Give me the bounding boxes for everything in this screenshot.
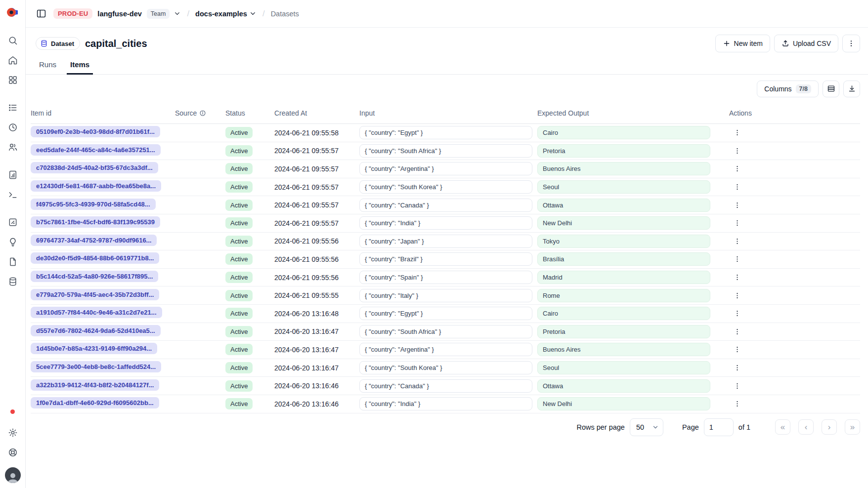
datasets-database-icon[interactable]	[4, 273, 22, 290]
row-actions-button[interactable]	[730, 343, 744, 357]
item-id-chip[interactable]: b75c7861-1fbe-45cf-bdf6-83f139c95539	[31, 216, 160, 228]
expected-output-cell[interactable]: Ottawa	[537, 379, 710, 393]
item-id-chip[interactable]: 69764737-34af-4752-9787-d90df9616...	[31, 235, 157, 246]
expected-output-cell[interactable]: New Delhi	[537, 216, 710, 230]
scores-chart-icon[interactable]	[4, 166, 22, 184]
export-download-button[interactable]	[843, 81, 860, 97]
input-cell[interactable]: { "country": "Canada" }	[359, 379, 532, 393]
row-actions-button[interactable]	[730, 144, 744, 158]
input-cell[interactable]: { "country": "India" }	[359, 397, 532, 410]
row-actions-button[interactable]	[730, 379, 744, 393]
expected-output-cell[interactable]: Seoul	[537, 180, 710, 194]
status-badge: Active	[225, 362, 253, 373]
input-cell[interactable]: { "country": "Egypt" }	[359, 307, 532, 320]
input-cell[interactable]: { "country": "South Korea" }	[359, 361, 532, 374]
item-id-chip[interactable]: c702838d-24d5-40a2-bf35-67dc3a3df...	[31, 162, 158, 173]
input-cell[interactable]: { "country": "India" }	[359, 216, 532, 230]
item-id-chip[interactable]: b5c144cd-52a5-4a80-926e-58617f895...	[31, 271, 158, 282]
evaluations-lightbulb-icon[interactable]	[4, 233, 22, 251]
item-id-chip[interactable]: 5cee7779-3e00-4eb8-be8c-1affedd524...	[31, 361, 161, 372]
previous-page-button[interactable]: ‹	[798, 419, 814, 435]
breadcrumb-org[interactable]: langfuse-dev	[97, 10, 141, 18]
expected-output-cell[interactable]: Pretoria	[537, 144, 710, 158]
dashboard-grid-icon[interactable]	[4, 71, 22, 89]
row-actions-button[interactable]	[730, 216, 744, 230]
playground-terminal-icon[interactable]	[4, 186, 22, 203]
item-id-chip[interactable]: a322b319-9412-4f43-b8f2-b20484127f...	[31, 379, 159, 391]
support-lifebuoy-icon[interactable]	[4, 444, 22, 461]
expected-output-cell[interactable]: Ottawa	[537, 199, 710, 212]
row-actions-button[interactable]	[730, 397, 744, 411]
row-actions-button[interactable]	[730, 198, 744, 212]
next-page-button[interactable]: ›	[822, 419, 837, 435]
tab-runs[interactable]: Runs	[36, 57, 60, 75]
item-id-chip[interactable]: e12430df-5e81-4687-aabb-f0ea65be8a...	[31, 180, 161, 192]
tab-items[interactable]: Items	[67, 57, 93, 75]
item-id-chip[interactable]: 1f0e7da1-dbff-4e60-929d-f6095602bb...	[31, 397, 159, 408]
input-cell[interactable]: { "country": "Argentina" }	[359, 343, 532, 356]
row-actions-button[interactable]	[730, 288, 744, 302]
row-actions-button[interactable]	[730, 162, 744, 176]
input-cell[interactable]: { "country": "South Africa" }	[359, 325, 532, 338]
upload-csv-button[interactable]: Upload CSV	[774, 35, 838, 52]
item-id-chip[interactable]: de30d2e0-f5d9-4854-88b6-0619771b8...	[31, 252, 159, 264]
input-cell[interactable]: { "country": "Egypt" }	[359, 126, 532, 139]
expected-output-cell[interactable]: Pretoria	[537, 325, 710, 338]
item-id-chip[interactable]: d557e7d6-7802-4624-9da6-52d410ea5...	[31, 325, 161, 336]
first-page-button[interactable]: «	[775, 419, 790, 435]
columns-button[interactable]: Columns 7/8	[757, 81, 819, 97]
search-icon[interactable]	[4, 32, 22, 49]
item-id-chip[interactable]: e779a270-579a-4f45-aec4-35b72d3bff...	[31, 289, 159, 300]
org-switcher-chevron-down-icon[interactable]	[174, 10, 181, 17]
expected-output-cell[interactable]: Buenos Aires	[537, 343, 710, 356]
prompts-edit-icon[interactable]	[4, 213, 22, 231]
home-icon[interactable]	[4, 51, 22, 69]
input-cell[interactable]: { "country": "Italy" }	[359, 289, 532, 302]
row-actions-button[interactable]	[730, 271, 744, 285]
item-id-chip[interactable]: eed5dafe-244f-465c-a84c-4a6e357251...	[31, 144, 161, 156]
settings-gear-icon[interactable]	[4, 424, 22, 442]
users-icon[interactable]	[4, 138, 22, 156]
expected-output-cell[interactable]: Tokyo	[537, 235, 710, 248]
row-actions-button[interactable]	[730, 307, 744, 321]
input-cell[interactable]: { "country": "South Korea" }	[359, 180, 532, 194]
rows-per-page-select[interactable]: 50	[630, 418, 663, 436]
documents-file-icon[interactable]	[4, 253, 22, 271]
dataset-more-actions-button[interactable]	[842, 35, 860, 52]
input-cell[interactable]: { "country": "Canada" }	[359, 199, 532, 212]
input-cell[interactable]: { "country": "Brazil" }	[359, 252, 532, 266]
input-cell[interactable]: { "country": "Argentina" }	[359, 162, 532, 175]
expected-output-cell[interactable]: Buenos Aires	[537, 162, 710, 175]
ellipsis-vertical-icon	[734, 310, 741, 317]
user-avatar[interactable]	[5, 467, 21, 483]
sessions-clock-icon[interactable]	[4, 119, 22, 136]
expected-output-cell[interactable]: Rome	[537, 289, 710, 302]
input-cell[interactable]: { "country": "South Africa" }	[359, 144, 532, 158]
expected-output-cell[interactable]: Brasília	[537, 252, 710, 266]
item-id-chip[interactable]: f4975c95-5fc3-4939-970d-58fa5cd48...	[31, 199, 156, 210]
new-item-button[interactable]: New item	[715, 35, 770, 52]
row-actions-button[interactable]	[730, 180, 744, 194]
traces-list-icon[interactable]	[4, 99, 22, 117]
row-actions-button[interactable]	[730, 126, 744, 140]
input-cell[interactable]: { "country": "Japan" }	[359, 235, 532, 248]
item-id-chip[interactable]: a1910d57-7f84-440c-9e46-a31c2d7e21...	[31, 307, 162, 318]
row-height-button[interactable]	[823, 81, 839, 97]
last-page-button[interactable]: »	[845, 419, 860, 435]
row-actions-button[interactable]	[730, 361, 744, 375]
breadcrumb-project[interactable]: docs-examples	[195, 10, 257, 18]
expected-output-cell[interactable]: Madrid	[537, 271, 710, 284]
expected-output-cell[interactable]: Cairo	[537, 126, 710, 139]
item-id-chip[interactable]: 1d45b0e7-b85a-4231-9149-6ff90a294...	[31, 343, 157, 354]
langfuse-logo-icon[interactable]	[6, 6, 19, 19]
expected-output-cell[interactable]: Cairo	[537, 307, 710, 320]
row-actions-button[interactable]	[730, 325, 744, 338]
sidebar-toggle-icon[interactable]	[34, 6, 48, 21]
row-actions-button[interactable]	[730, 252, 744, 266]
expected-output-cell[interactable]: Seoul	[537, 361, 710, 374]
input-cell[interactable]: { "country": "Spain" }	[359, 271, 532, 284]
row-actions-button[interactable]	[730, 234, 744, 248]
page-number-input[interactable]	[704, 418, 734, 436]
item-id-chip[interactable]: 05109ef0-2e3b-4e03-98dd-8f7d01b61f...	[31, 126, 160, 137]
expected-output-cell[interactable]: New Delhi	[537, 397, 710, 410]
